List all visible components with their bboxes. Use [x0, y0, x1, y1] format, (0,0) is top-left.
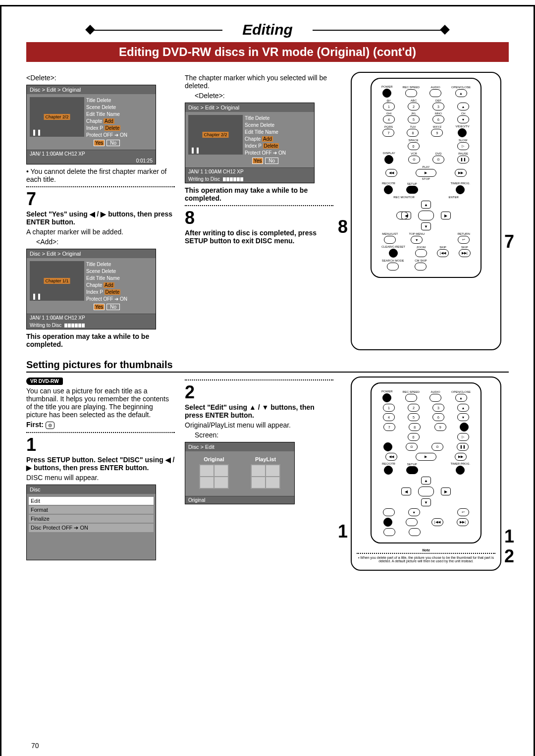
- chapter-badge: Chapter 1/1: [44, 278, 70, 284]
- timerprog-button: [456, 185, 465, 194]
- osd-screenshot-add: Disc > Edit > Original Chapter 1/1 ❚❚ Ti…: [26, 249, 156, 329]
- nav-right: ▶: [441, 212, 451, 219]
- audio-button: [429, 89, 441, 97]
- pause-icon: ❚❚: [190, 147, 200, 154]
- topmenu-button: ▼: [411, 236, 423, 244]
- callout-2-right: 2: [504, 546, 514, 567]
- menulist-button: [384, 236, 396, 244]
- step1-body: DISC menu will appear.: [26, 474, 175, 482]
- ff-button: ▶▶: [455, 169, 467, 177]
- step-number-1: 1: [26, 436, 175, 454]
- breadcrumb: Disc > Edit > Original: [185, 103, 314, 112]
- step2-instruction: Select "Edit" using ▲ / ▼ buttons, then …: [185, 403, 333, 419]
- num-5: 5: [408, 115, 420, 123]
- selection-label: Original: [185, 496, 294, 504]
- nav-up: ▲: [421, 201, 431, 209]
- callout-7: 7: [504, 231, 514, 252]
- num-1: 1: [383, 103, 395, 110]
- thumbnail-preview: Chapter 1/1 ❚❚: [30, 261, 84, 301]
- step-number-7: 7: [26, 190, 175, 208]
- play-button: ▶: [416, 169, 436, 177]
- chapter-badge: Chapter 2/2: [44, 114, 70, 120]
- warning-text: This operation may take a while to be co…: [185, 186, 333, 202]
- searchmode-button: [387, 263, 399, 270]
- num-8: 8: [407, 129, 419, 137]
- dvd-rw-badge: VR DVD-RW: [26, 378, 63, 385]
- remote-control-diagram: POWER REC SPEED AUDIO OPEN/CLOSE▲ 123▲ 4…: [371, 382, 482, 543]
- page-title: Editing: [222, 21, 313, 38]
- step2-body: Original/PlayList menu will appear.: [185, 421, 333, 429]
- num-4: 4: [383, 115, 395, 123]
- clear-button: [389, 249, 398, 258]
- osd-disc-menu: Disc Edit Format Finalize Disc Protect O…: [26, 485, 156, 560]
- osd-screenshot-delete2: Disc > Edit > Original Chapter 2/2 ❚❚ Ti…: [185, 103, 315, 183]
- divider: [26, 186, 175, 187]
- breadcrumb: Disc > Edit > Original: [27, 85, 156, 94]
- step-number-2: 2: [185, 383, 333, 401]
- nav-pad: ▲ ▼ ◀ ▶: [401, 201, 451, 230]
- num-6: 6: [432, 115, 444, 123]
- num-3: 3: [432, 103, 444, 110]
- warning-text: This operation may take a while to be co…: [26, 332, 175, 348]
- no-button: No: [107, 140, 120, 146]
- recspeed-button: [405, 89, 417, 97]
- setup-button: [406, 466, 418, 474]
- osd-edit-menu: Disc > Edit Original PlayList Original: [185, 442, 295, 504]
- pause-icon: ❚❚: [32, 293, 42, 300]
- writing-label: Writing to Disc: [188, 176, 220, 182]
- writing-label: Writing to Disc: [30, 323, 61, 328]
- menu-item: Disc Protect OFF ➔ ON: [29, 524, 154, 532]
- skip-prev-button: |◀◀: [437, 249, 449, 257]
- rew-button: ◀◀: [385, 169, 397, 177]
- enter-button: [418, 486, 434, 496]
- num-2: 2: [408, 103, 420, 110]
- setup-button: [406, 186, 418, 194]
- callout-1-right: 1: [504, 526, 514, 547]
- timer: 0:01:25: [27, 158, 156, 164]
- rec-button: [384, 185, 393, 194]
- delete-label: <Delete>:: [26, 74, 175, 82]
- step7-instruction: Select "Yes" using ◀ / ▶ buttons, then p…: [26, 210, 175, 226]
- diamond-icon: [85, 25, 95, 35]
- nav-left: ◀: [401, 212, 411, 219]
- diamond-icon: [440, 25, 450, 35]
- first-label: First:: [26, 421, 44, 429]
- original-option: Original: [204, 456, 224, 462]
- callout-1-left: 1: [338, 521, 348, 542]
- vcr-button: ⊙: [408, 156, 420, 163]
- thumbnail-preview: Chapter 2/2 ❚❚: [188, 115, 243, 155]
- tiles-icon: [251, 464, 280, 489]
- pause-button: ❚❚: [457, 156, 469, 163]
- section-subtitle: Editing DVD-RW discs in VR mode (Origina…: [26, 42, 509, 62]
- display-button: [384, 155, 393, 164]
- return-button: ↩: [458, 236, 470, 244]
- page-number: 70: [31, 742, 39, 750]
- videotv-button: [458, 128, 467, 137]
- title-text: Editing: [242, 21, 293, 38]
- delete-label: <Delete>:: [185, 92, 333, 100]
- progress-icon: [223, 177, 243, 181]
- breadcrumb: Disc > Edit: [185, 442, 294, 451]
- status-bar: JAN/ 1 1:00AM CH12 XP: [27, 314, 156, 322]
- ch-up: ▲: [457, 103, 469, 110]
- breadcrumb: Disc: [27, 485, 156, 494]
- thumbnail-preview: Chapter 2/2 ❚❚: [30, 97, 84, 137]
- menu-item: Edit: [29, 497, 154, 505]
- osd-screenshot-delete: Disc > Edit > Original Chapter 2/2 ❚❚ Ti…: [26, 85, 156, 164]
- breadcrumb: Disc > Edit > Original: [27, 249, 156, 258]
- num-7: 7: [382, 129, 394, 137]
- menu-item: Finalize: [29, 515, 154, 523]
- section-title: Setting pictures for thumbnails: [26, 359, 509, 373]
- num-0: 0: [408, 142, 420, 150]
- status-bar: JAN/ 1 1:00AM CH12 XP: [27, 150, 156, 158]
- progress-icon: [64, 324, 85, 327]
- yes-button: Yes: [94, 140, 105, 146]
- intro-text: The chapter marker which you selected wi…: [185, 74, 333, 90]
- menu-item: Format: [29, 506, 154, 514]
- chapter-badge: Chapter 2/2: [202, 132, 228, 138]
- ch-down: ▼: [457, 115, 469, 123]
- step8-instruction: After writing to disc is completed, pres…: [185, 229, 333, 245]
- cmskip-button: [415, 263, 427, 270]
- slow-button: ▷: [457, 142, 469, 150]
- enter-button: [418, 211, 434, 220]
